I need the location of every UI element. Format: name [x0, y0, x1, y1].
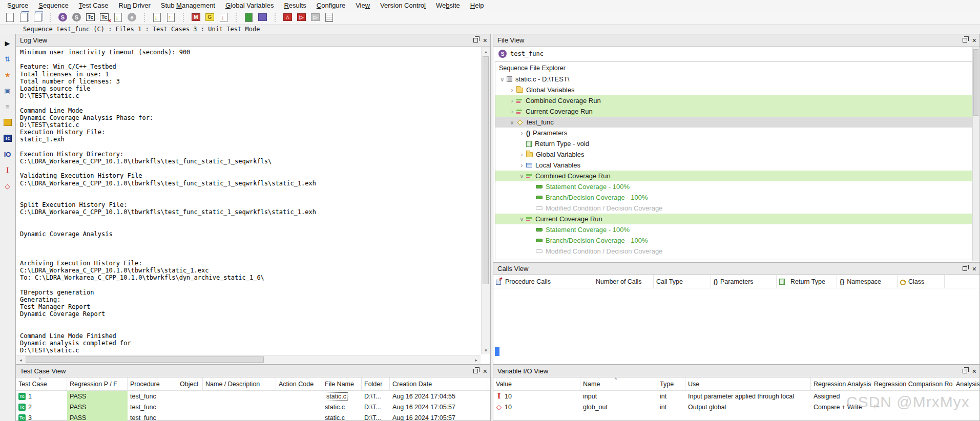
tree-item-statement-coverage-100[interactable]: Statement Coverage - 100% — [495, 181, 972, 192]
tree-item-branch-decision-coverage-100[interactable]: Branch/Decision Coverage - 100% — [495, 235, 972, 246]
workfiles-icon[interactable] — [2, 117, 13, 128]
scroll-up-icon[interactable]: ▴ — [482, 47, 490, 56]
menu-run-driver[interactable]: Run Driver — [114, 1, 156, 10]
test-case-column-object[interactable]: Object — [177, 377, 203, 390]
calls-column-procedure-calls[interactable]: Procedure Calls — [493, 275, 593, 288]
variable-io-column-regression-comparison-routine[interactable]: Regression Comparison Routine — [871, 377, 953, 390]
variable-io-column-type[interactable]: Type — [657, 377, 685, 390]
float-panel-icon[interactable] — [963, 38, 967, 43]
menu-test-case[interactable]: Test Case — [74, 1, 114, 10]
variable-io-row[interactable]: I10inputintInput parameter applied throu… — [493, 391, 979, 402]
new-test-case-icon[interactable]: Tc — [84, 11, 97, 23]
scrollbar-thumb[interactable] — [26, 356, 264, 363]
test-case-column-creation-date[interactable]: Creation Date — [390, 377, 487, 390]
float-panel-icon[interactable] — [473, 369, 478, 373]
export-test-cases-icon[interactable]: ↑ — [164, 11, 178, 23]
test-case-column-regression-p-f[interactable]: Regression P / F — [67, 377, 128, 390]
menu-results[interactable]: Results — [279, 1, 311, 10]
import-test-cases-icon[interactable]: ↓ — [150, 11, 164, 23]
menu-sequence[interactable]: Sequence — [33, 1, 74, 10]
menu-view[interactable]: View — [350, 1, 375, 10]
test-case-view-titlebar[interactable]: Test Case View × — [16, 365, 490, 377]
menu-version-control[interactable]: Version Control — [375, 1, 431, 10]
scroll-left-icon[interactable]: ◂ — [16, 355, 25, 364]
variable-io-row[interactable]: ◇10glob_outintOutput globalCompare + Wri… — [493, 402, 979, 412]
tree-item-modified-condition-decision-coverage[interactable]: Modified Condition / Decision Coverage — [495, 246, 972, 257]
log-vertical-scrollbar[interactable]: ▴ ▾ — [481, 47, 490, 354]
menu-help[interactable]: Help — [465, 1, 489, 10]
variable-io-column-regression-analysis[interactable]: Regression Analysis — [811, 377, 871, 390]
sequence-icon[interactable]: S — [56, 11, 70, 23]
regression-report-icon[interactable]: e — [125, 11, 139, 23]
calls-column-class[interactable]: Class — [898, 275, 945, 288]
sequence-report-icon[interactable]: S — [70, 11, 84, 23]
test-case-row[interactable]: Tc2PASStest_funcstatic.cD:\T...Aug 16 20… — [16, 402, 490, 412]
tree-item-static-c-d-test[interactable]: ∨static.c - D:\TEST\ — [495, 74, 972, 85]
test-case-column-folder[interactable]: Folder — [362, 377, 390, 390]
scroll-right-icon[interactable]: ▸ — [472, 355, 481, 364]
tree-item-combined-coverage-run[interactable]: ›Combined Coverage Run — [495, 95, 972, 106]
chevron-right-icon[interactable]: › — [517, 130, 526, 137]
copy-pages-icon[interactable]: ▣ — [2, 86, 13, 96]
calls-column-parameters[interactable]: ()Parameters — [711, 275, 777, 288]
tree-item-branch-decision-coverage-100[interactable]: Branch/Decision Coverage - 100% — [495, 192, 972, 203]
file-view-titlebar[interactable]: File View × — [493, 34, 979, 47]
tree-item-combined-coverage-run[interactable]: ∨Combined Coverage Run — [495, 171, 972, 181]
test-case-manager-icon[interactable]: Tc — [2, 133, 13, 143]
chevron-down-icon[interactable]: ∨ — [517, 216, 526, 223]
chevron-right-icon[interactable]: › — [517, 162, 526, 169]
calls-view-caret[interactable] — [495, 347, 499, 356]
close-panel-icon[interactable]: × — [972, 265, 976, 272]
scrollbar-thumb[interactable] — [973, 49, 978, 116]
tree-item-current-coverage-run[interactable]: ›Current Coverage Run — [495, 106, 972, 117]
test-case-column-name-description[interactable]: Name / Description — [203, 377, 276, 390]
close-panel-icon[interactable]: × — [483, 37, 487, 44]
variable-io-column-value[interactable]: Value — [493, 377, 580, 390]
variable-io-view-titlebar[interactable]: Variable I/O View × — [493, 365, 979, 377]
log-view-titlebar[interactable]: Log View × — [16, 34, 490, 47]
close-panel-icon[interactable]: × — [972, 37, 976, 44]
global-variables-icon[interactable]: G — [203, 11, 217, 23]
input-marker-icon[interactable]: I — [2, 165, 13, 175]
calls-column-call-type[interactable]: Call Type — [654, 275, 711, 288]
menu-global-variables[interactable]: Global Variables — [220, 1, 279, 10]
sequence-name-row[interactable]: S test_func — [494, 47, 972, 60]
tree-item-test-func[interactable]: ∨test_func — [495, 117, 972, 128]
chevron-right-icon[interactable]: › — [508, 108, 516, 115]
chevron-down-icon[interactable]: ∨ — [498, 76, 507, 83]
log-horizontal-scrollbar[interactable]: ◂ ▸ — [16, 355, 481, 364]
tbmanager-icon[interactable]: M — [189, 11, 203, 23]
float-panel-icon[interactable] — [963, 266, 967, 271]
calls-column-namespace[interactable]: {}Namespace — [837, 275, 898, 288]
chevron-right-icon[interactable]: › — [517, 151, 526, 158]
tree-item-current-coverage-run[interactable]: ∨Current Coverage Run — [495, 214, 972, 224]
tree-item-parameters[interactable]: ›()Parameters — [495, 128, 972, 138]
variable-io-column-use[interactable]: Use — [685, 377, 811, 390]
copy-pages-icon[interactable] — [31, 11, 45, 23]
chevron-down-icon[interactable]: ∨ — [517, 173, 526, 180]
chevron-down-icon[interactable]: ∨ — [508, 119, 516, 126]
call-graph-icon[interactable]: ∴ — [281, 11, 295, 23]
tree-item-statement-coverage-100[interactable]: Statement Coverage - 100% — [495, 224, 972, 235]
scroll-down-icon[interactable]: ▾ — [482, 346, 490, 354]
float-panel-icon[interactable] — [473, 38, 478, 43]
test-case-row[interactable]: Tc3PASStest_funcstatic.cD:\T...Aug 16 20… — [16, 412, 490, 421]
chevron-right-icon[interactable]: › — [508, 87, 516, 94]
test-case-row[interactable]: Tc1PASStest_funcstatic.cD:\T...Aug 16 20… — [16, 391, 490, 402]
scrollbar-thumb[interactable] — [483, 56, 489, 284]
float-panel-icon[interactable] — [963, 369, 967, 373]
output-marker-icon[interactable]: ◇ — [2, 181, 13, 191]
menu-source[interactable]: Source — [2, 1, 33, 10]
text-report-icon[interactable] — [322, 11, 336, 23]
run-icon[interactable]: ▶ — [2, 38, 13, 48]
test-case-column-action-code[interactable]: Action Code — [276, 377, 322, 390]
tree-item-modified-condition-decision-coverage[interactable]: Modified Condition / Decision Coverage — [495, 203, 972, 214]
new-file-icon[interactable] — [3, 11, 17, 23]
execute-sequence-icon[interactable]: ↓ — [111, 11, 125, 23]
copy-sequence-icon[interactable] — [17, 11, 31, 23]
flow-graph-disabled-icon[interactable]: ▷ — [308, 11, 322, 23]
reorder-icon[interactable]: ⇅ — [2, 54, 13, 64]
tree-item-global-variables[interactable]: ›Global Variables — [495, 149, 972, 160]
close-panel-icon[interactable]: × — [972, 368, 976, 375]
code-review-icon[interactable] — [256, 11, 269, 23]
